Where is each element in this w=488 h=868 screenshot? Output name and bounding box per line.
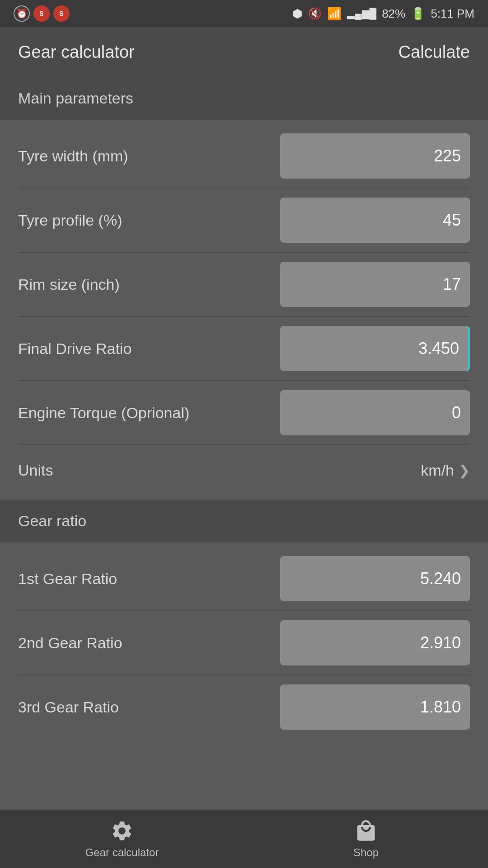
gear-ratio-2-input[interactable] [280,620,470,665]
app-bar: Gear calculator Calculate [0,27,488,77]
final-drive-ratio-input[interactable] [280,326,470,371]
main-parameters-header: Main parameters [0,77,488,120]
units-label: Units [18,462,53,479]
gear-ratio-2-label: 2nd Gear Ratio [18,634,280,652]
content-area: Main parameters Tyre width (mm) Tyre pro… [0,77,488,807]
rim-size-input[interactable] [280,262,470,307]
main-parameters-section: Tyre width (mm) Tyre profile (%) Rim siz… [0,120,488,500]
engine-torque-input[interactable] [280,390,470,435]
tyre-profile-label: Tyre profile (%) [18,212,280,229]
rim-size-row: Rim size (inch) [0,253,488,316]
engine-torque-row: Engine Torque (Oprional) [0,381,488,444]
time-display: 5:11 PM [431,7,474,21]
gear-ratio-header: Gear ratio [0,500,488,542]
calculate-button[interactable]: Calculate [399,42,470,62]
nav-shop-label: Shop [353,846,379,859]
tyre-width-input[interactable] [280,133,470,179]
tyre-profile-row: Tyre profile (%) [0,189,488,252]
nav-gear-calculator-label: Gear calculator [85,846,159,859]
gear-ratio-section: 1st Gear Ratio 2nd Gear Ratio 3rd Gear R… [0,542,488,743]
mute-icon: 🔇 [308,7,322,20]
gear-ratio-3-input[interactable] [280,684,470,730]
battery-percent: 82% [382,7,405,21]
rim-size-label: Rim size (inch) [18,276,280,293]
shop-icon [354,819,378,843]
app-icon-2: S [53,5,70,22]
bluetooth-icon: ⬢ [292,7,303,21]
app-title: Gear calculator [18,42,135,62]
nav-item-gear-calculator[interactable]: Gear calculator [0,819,244,859]
final-drive-ratio-label: Final Drive Ratio [18,340,280,358]
gear-ratio-2-row: 2nd Gear Ratio [0,611,488,675]
status-icons: ⬢ 🔇 📶 ▂▄▆█ 82% 🔋 5:11 PM [292,7,474,21]
tyre-profile-input[interactable] [280,198,470,243]
tyre-width-row: Tyre width (mm) [0,124,488,188]
app-icon-1: S [33,5,50,22]
units-value-text: km/h [421,462,454,479]
battery-icon: 🔋 [411,7,425,21]
units-row[interactable]: Units km/h ❯ [0,445,488,495]
gear-ratio-3-row: 3rd Gear Ratio [0,675,488,739]
signal-icon: ▂▄▆█ [347,8,376,19]
wifi-icon: 📶 [327,7,342,21]
status-bar: ⏰ S S ⬢ 🔇 📶 ▂▄▆█ 82% 🔋 5:11 PM [0,0,488,27]
gear-ratio-1-input[interactable] [280,556,470,601]
main-parameters-title: Main parameters [18,90,133,107]
tyre-width-label: Tyre width (mm) [18,147,280,165]
gear-ratio-1-row: 1st Gear Ratio [0,547,488,610]
bottom-nav: Gear calculator Shop [0,809,488,868]
gear-calculator-icon [110,819,134,843]
chevron-right-icon: ❯ [459,462,470,478]
notification-icons: ⏰ S S [14,5,70,22]
alarm-icon: ⏰ [14,5,30,22]
engine-torque-label: Engine Torque (Oprional) [18,404,280,422]
nav-item-shop[interactable]: Shop [244,819,488,859]
gear-ratio-3-label: 3rd Gear Ratio [18,698,280,716]
final-drive-ratio-row: Final Drive Ratio [0,317,488,380]
gear-ratio-1-label: 1st Gear Ratio [18,570,280,588]
units-selector[interactable]: km/h ❯ [421,462,470,479]
gear-ratio-title: Gear ratio [18,512,86,529]
